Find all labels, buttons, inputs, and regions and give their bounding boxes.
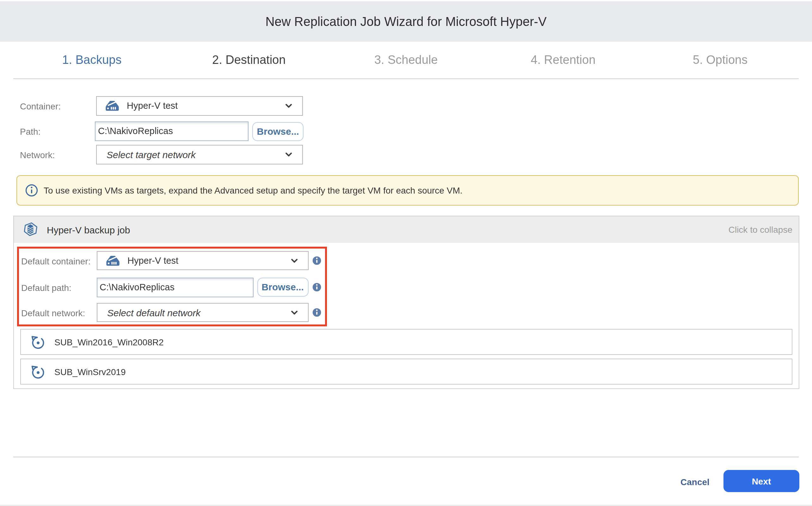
chevron-down-icon (291, 310, 297, 315)
next-button[interactable]: Next (723, 470, 799, 492)
collapse-hint: Click to collapse (728, 216, 792, 243)
title-bar: New Replication Job Wizard for Microsoft… (0, 1, 812, 42)
default-network-select[interactable]: Select default network (96, 303, 308, 322)
default-network-label: Default network: (21, 308, 85, 318)
job-panel-header[interactable]: Hyper-V backup job Click to collapse (14, 216, 799, 243)
footer-divider (13, 457, 799, 457)
network-label: Network: (20, 150, 55, 160)
tab-destination[interactable]: 2. Destination (170, 42, 328, 78)
vm-name: SUB_Win2016_Win2008R2 (55, 337, 164, 347)
vm-list-item[interactable]: SUB_Win2016_Win2008R2 (20, 329, 792, 355)
default-container-select[interactable]: Hyper-V test (96, 251, 308, 270)
page-title: New Replication Job Wizard for Microsoft… (265, 14, 546, 29)
info-icon (25, 184, 38, 197)
network-placeholder: Select target network (106, 149, 196, 160)
info-banner: To use existing VMs as targets, expand t… (16, 175, 799, 205)
replica-icon (30, 335, 45, 349)
wizard-dialog: New Replication Job Wizard for Microsoft… (0, 0, 812, 506)
hyperv-container-icon (105, 254, 120, 267)
chevron-down-icon (291, 258, 297, 263)
container-label: Container: (20, 101, 61, 111)
chevron-down-icon (285, 103, 292, 108)
vm-name: SUB_WinSrv2019 (55, 366, 126, 376)
default-container-value: Hyper-V test (127, 256, 178, 266)
default-container-label: Default container: (21, 256, 90, 266)
replica-icon (30, 364, 45, 379)
info-banner-text: To use existing VMs as targets, expand t… (43, 185, 463, 195)
default-network-placeholder: Select default network (107, 307, 200, 318)
default-browse-button[interactable]: Browse... (257, 277, 308, 297)
job-panel-title: Hyper-V backup job (47, 224, 130, 235)
tab-options[interactable]: 5. Options (642, 42, 799, 78)
browse-button[interactable]: Browse... (252, 122, 303, 141)
default-path-input[interactable] (96, 277, 253, 297)
network-select[interactable]: Select target network (96, 145, 303, 164)
bottom-edge (0, 504, 812, 506)
container-select[interactable]: Hyper-V test (96, 96, 303, 115)
vm-list-item[interactable]: SUB_WinSrv2019 (20, 359, 792, 385)
container-value: Hyper-V test (127, 101, 178, 111)
info-icon[interactable] (312, 256, 321, 265)
job-panel: Hyper-V backup job Click to collapse Def… (13, 216, 799, 389)
wizard-steps: 1. Backups 2. Destination 3. Schedule 4.… (13, 42, 799, 79)
default-path-label: Default path: (21, 283, 72, 293)
path-label: Path: (20, 126, 40, 137)
tab-schedule[interactable]: 3. Schedule (328, 42, 485, 78)
hyperv-container-icon (104, 99, 120, 112)
path-input[interactable] (95, 121, 248, 141)
info-icon[interactable] (312, 283, 321, 291)
info-icon[interactable] (312, 308, 321, 317)
backup-job-icon (23, 222, 38, 237)
chevron-down-icon (285, 152, 292, 157)
tab-retention[interactable]: 4. Retention (484, 42, 642, 78)
tab-backups[interactable]: 1. Backups (13, 42, 170, 78)
cancel-button[interactable]: Cancel (681, 477, 710, 487)
